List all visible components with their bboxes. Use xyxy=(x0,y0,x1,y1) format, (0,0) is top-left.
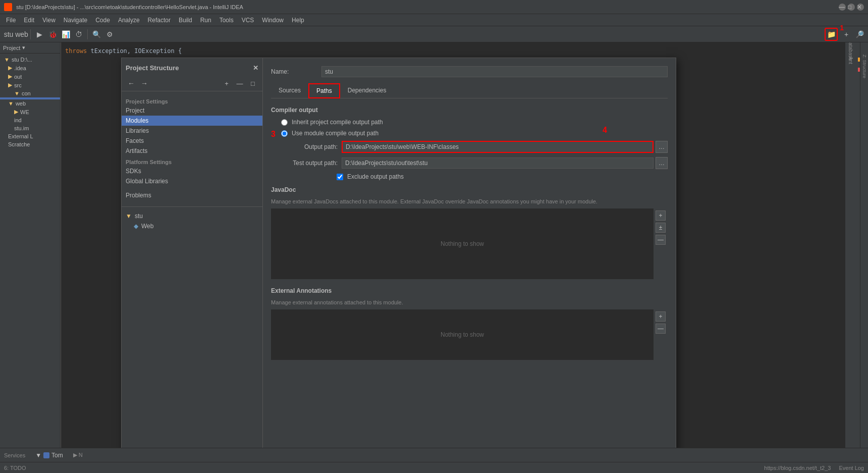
menu-refactor[interactable]: Refactor xyxy=(144,16,175,25)
menu-window[interactable]: Window xyxy=(258,16,288,25)
compiler-output-title: Compiler output xyxy=(271,107,668,114)
tree-item-scratche[interactable]: Scratche xyxy=(0,140,60,148)
nav-back-button[interactable]: ← xyxy=(126,78,137,89)
menu-edit[interactable]: Edit xyxy=(20,16,38,25)
name-input[interactable] xyxy=(321,66,668,77)
use-module-radio-label: Use module compile output path xyxy=(292,130,378,137)
config-combo[interactable]: web xyxy=(15,28,28,41)
database-tool[interactable]: Database xyxy=(846,44,856,55)
tree-module-stu[interactable]: ▼ stu xyxy=(122,211,262,221)
tree-externall-label: External L xyxy=(8,133,33,139)
settings-button[interactable]: ⚙ xyxy=(103,28,116,41)
project-structure-dialog[interactable]: Project Structure ✕ ← → + — □ xyxy=(121,58,676,448)
tree-item-out[interactable]: ▶ out xyxy=(0,72,60,81)
todo-label[interactable]: 6: TODO xyxy=(4,465,26,471)
sidebar-item-global-libs[interactable]: Global Libraries xyxy=(122,176,262,186)
output-path-label: Output path: xyxy=(281,143,342,150)
sidebar-sdks-label: SDKs xyxy=(126,168,141,175)
project-combo[interactable]: stu xyxy=(2,28,15,41)
ext-ann-minus-button[interactable]: — xyxy=(656,324,666,334)
run-n-label[interactable]: ▶ N xyxy=(73,452,83,458)
project-structure-button[interactable]: 📁 xyxy=(825,28,838,41)
tree-item-externall[interactable]: External L xyxy=(0,132,60,140)
project-dropdown-icon[interactable]: ▾ xyxy=(22,44,25,51)
ant-tool[interactable]: Ant xyxy=(846,56,856,66)
tree-stu-text: stu xyxy=(135,213,143,220)
tree-item-stu[interactable]: ▼ stu D:\... xyxy=(0,56,60,64)
editor-line-1: throws tException, IOException { xyxy=(65,46,841,56)
platform-settings-label: Platform Settings xyxy=(122,156,262,166)
find-button[interactable]: 🔎 xyxy=(853,28,866,41)
menu-view[interactable]: View xyxy=(38,16,60,25)
test-path-browse-button[interactable]: … xyxy=(656,157,668,169)
sidebar-item-artifacts[interactable]: Artifacts xyxy=(122,146,262,156)
window-controls: — □ ✕ xyxy=(839,4,864,11)
tree-item-con[interactable]: ▼ con xyxy=(0,89,60,97)
coverage-button[interactable]: 📊 xyxy=(59,28,72,41)
menu-code[interactable]: Code xyxy=(91,16,114,25)
event-log-label[interactable]: Event Log xyxy=(839,465,864,471)
output-path-input[interactable] xyxy=(342,141,654,153)
menu-run[interactable]: Run xyxy=(196,16,215,25)
menu-help[interactable]: Help xyxy=(288,16,308,25)
inherit-radio-row: Inherit project compile output path xyxy=(271,119,668,126)
web-label: web xyxy=(15,30,28,38)
exclude-checkbox[interactable] xyxy=(337,174,343,180)
javadoc-minus-button[interactable]: — xyxy=(656,235,666,245)
exclude-checkbox-label: Exclude output paths xyxy=(347,173,404,180)
remove-module-button[interactable]: — xyxy=(234,78,245,89)
project-tree[interactable]: ▼ stu D:\... ▶ .idea ▶ out ▶ src ▼ con xyxy=(0,54,60,448)
tab-dependencies[interactable]: Dependencies xyxy=(340,83,394,98)
tree-out-label: out xyxy=(14,74,22,80)
sidebar-item-facets[interactable]: Facets xyxy=(122,136,262,146)
javadoc-add-button[interactable]: + xyxy=(656,211,666,221)
profile-button[interactable]: ⏱ xyxy=(72,28,85,41)
sidebar-item-libraries[interactable]: Libraries xyxy=(122,126,262,136)
ext-ann-add-button[interactable]: + xyxy=(656,311,666,322)
nav-forward-button[interactable]: → xyxy=(139,78,150,89)
javadoc-plus2-button[interactable]: ± xyxy=(656,223,666,233)
tab-paths[interactable]: Paths xyxy=(308,83,340,98)
tree-item-web[interactable]: ▼ web xyxy=(0,99,60,108)
menu-tools[interactable]: Tools xyxy=(215,16,238,25)
menu-analyze[interactable]: Analyze xyxy=(114,16,144,25)
search-button[interactable]: 🔍 xyxy=(90,28,103,41)
menu-file[interactable]: File xyxy=(2,16,20,25)
add-module-button[interactable]: + xyxy=(221,78,232,89)
name-label: Name: xyxy=(271,68,321,75)
sidebar-item-problems[interactable]: Problems xyxy=(122,190,262,200)
sidebar-item-modules[interactable]: Modules xyxy=(122,116,262,126)
tree-item-ind[interactable]: ind xyxy=(0,116,60,124)
scroll-marker-1 xyxy=(858,58,860,62)
sidebar-item-sdks[interactable]: SDKs xyxy=(122,166,262,176)
scroll-stripe[interactable] xyxy=(856,42,860,448)
ext-ann-area-wrapper: Nothing to show + — xyxy=(271,309,668,360)
menu-vcs[interactable]: VCS xyxy=(238,16,258,25)
tree-web-icon-dialog: ◆ xyxy=(134,223,138,230)
exclude-checkbox-row: Exclude output paths xyxy=(271,173,668,180)
tree-module-web[interactable]: ◆ Web xyxy=(122,221,262,231)
dialog-close-icon[interactable]: ✕ xyxy=(253,64,258,72)
dialog-sidebar-toolbar: ← → + — □ xyxy=(122,76,262,91)
tree-item-idea[interactable]: ▶ .idea xyxy=(0,64,60,72)
tab-sources[interactable]: Sources xyxy=(271,83,308,98)
tom-service-item[interactable]: ▼ Tom xyxy=(33,451,65,460)
minimize-button[interactable]: — xyxy=(839,4,846,11)
output-path-browse-button[interactable]: … xyxy=(656,141,668,153)
run-button[interactable]: ▶ xyxy=(33,28,46,41)
test-output-path-input[interactable] xyxy=(342,157,654,169)
inherit-radio[interactable] xyxy=(281,119,288,126)
copy-module-button[interactable]: □ xyxy=(247,78,258,89)
tree-item-we[interactable]: ▶ WE xyxy=(0,108,60,116)
tree-item-stuim[interactable]: stu.im xyxy=(0,124,60,132)
close-button[interactable]: ✕ xyxy=(857,4,864,11)
structure-tool-label[interactable]: Z: Structure xyxy=(862,55,867,78)
use-module-radio[interactable] xyxy=(281,130,288,137)
tree-item-src[interactable]: ▶ src xyxy=(0,81,60,89)
menu-build[interactable]: Build xyxy=(175,16,196,25)
menu-navigate[interactable]: Navigate xyxy=(60,16,91,25)
sidebar-item-project[interactable]: Project xyxy=(122,106,262,116)
maximize-button[interactable]: □ xyxy=(848,4,855,11)
test-output-path-label: Test output path: xyxy=(281,160,342,167)
debug-button[interactable]: 🐞 xyxy=(46,28,59,41)
